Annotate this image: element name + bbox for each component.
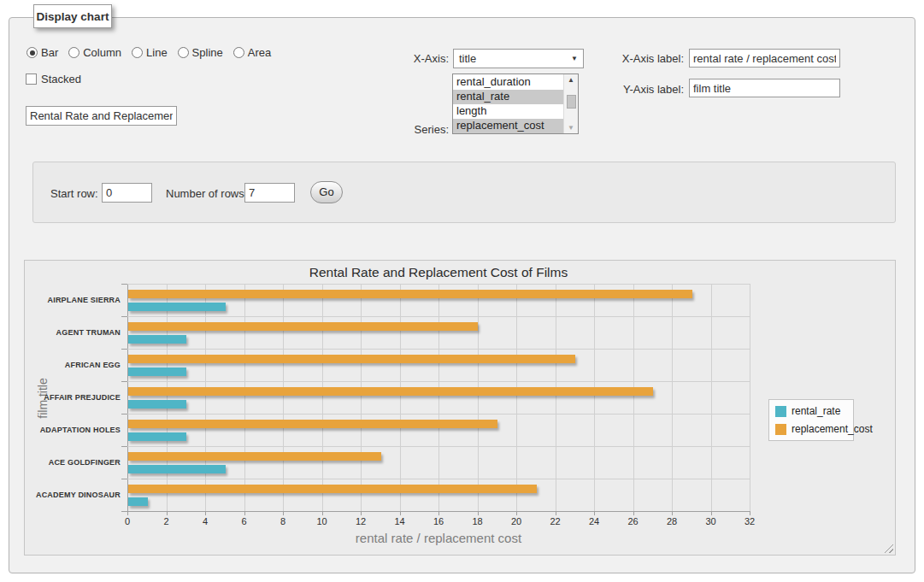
radio-icon[interactable]	[233, 47, 244, 58]
gridline	[750, 284, 750, 511]
category-label: AGENT TRUMAN	[28, 316, 121, 349]
radio-label: Spline	[192, 46, 223, 59]
replacement_cost-bar	[128, 485, 537, 493]
replacement_cost-bar	[128, 322, 478, 331]
series-option-rental_duration[interactable]: rental_duration	[453, 75, 563, 90]
x-axis-label-label: X-Axis label:	[573, 52, 684, 65]
x-axis-line	[127, 511, 750, 512]
replacement_cost-bar	[128, 452, 381, 461]
category-label: AFRICAN EGG	[28, 349, 121, 381]
replacement_cost-bar	[128, 290, 692, 298]
go-button[interactable]: Go	[310, 181, 343, 203]
chart-type-radio-group: BarColumnLineSplineArea	[26, 46, 281, 59]
legend-label: replacement_cost	[792, 423, 873, 435]
rental_rate-bar	[128, 303, 226, 311]
x-axis-title: rental rate / replacement cost	[127, 531, 750, 545]
series-options: rental_durationrental_ratelengthreplacem…	[453, 74, 563, 133]
radio-icon[interactable]	[68, 47, 79, 58]
radio-label: Line	[146, 46, 168, 59]
chart-type-radio-line[interactable]: Line	[132, 46, 168, 59]
x-tick-label: 12	[344, 516, 378, 526]
x-tick-label: 26	[616, 516, 650, 526]
controls-layer: BarColumnLineSplineArea Stacked X-Axis: …	[9, 17, 915, 573]
chart-title-input[interactable]	[26, 106, 177, 126]
legend-item-replacement_cost[interactable]: replacement_cost	[775, 423, 847, 435]
scrollbar-thumb[interactable]	[567, 95, 576, 109]
x-tick-label: 18	[461, 516, 495, 526]
radio-icon[interactable]	[178, 47, 189, 58]
x-tick-label: 28	[655, 516, 689, 526]
scroll-down-icon[interactable]: ▼	[564, 122, 578, 133]
y-axis-line	[127, 284, 128, 511]
x-tick-label: 16	[421, 516, 456, 526]
rental_rate-bar	[128, 367, 186, 376]
x-tick-label: 0	[110, 516, 144, 526]
radio-icon[interactable]	[26, 47, 38, 58]
rental_rate-bar	[128, 400, 186, 409]
category-label: ACE GOLDFINGER	[28, 446, 121, 479]
x-tick-label: 22	[539, 516, 573, 526]
chart-type-radio-spline[interactable]: Spline	[178, 46, 223, 59]
rental_rate-bar	[128, 335, 186, 344]
y-tick	[121, 446, 127, 447]
gridline	[672, 284, 673, 511]
x-axis-select[interactable]: title ▼	[453, 49, 584, 68]
legend-label: rental_rate	[792, 405, 840, 417]
gridline	[516, 284, 517, 511]
replacement_cost-bar	[128, 387, 653, 396]
gridline	[361, 284, 362, 511]
chart-type-radio-bar[interactable]: Bar	[26, 46, 58, 59]
radio-label: Area	[248, 46, 271, 59]
x-tick-label: 8	[266, 516, 300, 526]
chart-type-radio-area[interactable]: Area	[233, 46, 271, 59]
replacement_cost-bar	[128, 355, 575, 363]
start-row-label: Start row:	[50, 187, 98, 200]
number-of-rows-input[interactable]	[244, 183, 295, 203]
rental_rate-bar	[128, 497, 148, 506]
stacked-checkbox-row[interactable]: Stacked	[26, 73, 81, 85]
series-select-label: Series:	[342, 123, 449, 136]
chart-legend: rental_ratereplacement_cost	[768, 399, 854, 441]
series-option-replacement_cost[interactable]: replacement_cost	[453, 119, 563, 133]
x-axis-label-input[interactable]	[689, 49, 840, 68]
start-row-input[interactable]	[102, 183, 152, 203]
x-tick-label: 30	[694, 516, 728, 526]
gridline	[127, 284, 750, 285]
category-label: AIRPLANE SIERRA	[28, 284, 121, 316]
y-tick	[121, 479, 127, 479]
gridline	[283, 284, 284, 511]
y-tick	[121, 349, 127, 350]
gridline	[127, 381, 750, 382]
gridline	[127, 479, 750, 479]
replacement_cost-bar	[128, 420, 497, 428]
x-tick-label: 4	[188, 516, 222, 526]
series-multiselect[interactable]: rental_durationrental_ratelengthreplacem…	[452, 73, 579, 134]
chart-title: Rental Rate and Replacement Cost of Film…	[25, 265, 852, 280]
x-tick	[750, 511, 750, 515]
series-option-length[interactable]: length	[453, 104, 563, 119]
y-axis-label-input[interactable]	[689, 79, 840, 97]
x-tick-label: 2	[150, 516, 184, 526]
gridline	[127, 446, 750, 447]
radio-icon[interactable]	[132, 47, 143, 58]
gridline	[438, 284, 439, 511]
y-tick	[121, 414, 127, 414]
gridline	[127, 349, 750, 350]
y-tick	[121, 284, 127, 285]
radio-label: Column	[83, 46, 121, 59]
fieldset-legend: Display chart	[33, 4, 112, 28]
category-label: ADAPTATION HOLES	[28, 414, 121, 446]
chart-type-radio-column[interactable]: Column	[68, 46, 121, 59]
x-tick-label: 14	[383, 516, 417, 526]
gridline	[633, 284, 634, 511]
x-axis-select-label: X-Axis:	[342, 52, 449, 65]
series-option-rental_rate[interactable]: rental_rate	[453, 90, 563, 104]
x-tick-label: 10	[305, 516, 339, 526]
category-label: AFFAIR PREJUDICE	[28, 381, 121, 414]
legend-item-rental_rate[interactable]: rental_rate	[775, 405, 847, 417]
stacked-checkbox[interactable]	[26, 73, 37, 85]
gridline	[556, 284, 556, 511]
gridline	[711, 284, 712, 511]
gridline	[167, 284, 168, 511]
resize-handle-icon[interactable]	[884, 544, 893, 553]
